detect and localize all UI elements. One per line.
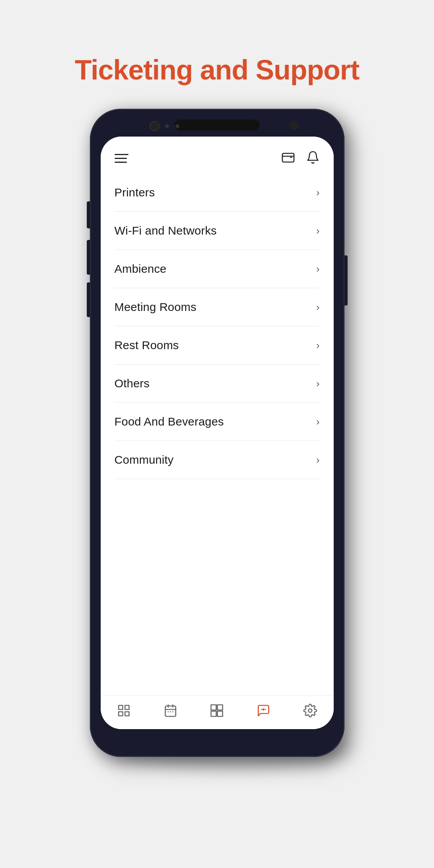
front-sensor bbox=[290, 121, 298, 130]
nav-home[interactable] bbox=[117, 704, 131, 718]
svg-rect-2 bbox=[125, 706, 129, 710]
menu-item-printers[interactable]: Printers › bbox=[115, 174, 320, 212]
menu-item-others[interactable]: Others › bbox=[115, 365, 320, 403]
menu-item-label: Rest Rooms bbox=[115, 339, 179, 352]
category-list: Printers › Wi-Fi and Networks › Ambience… bbox=[101, 174, 334, 696]
phone-device: Printers › Wi-Fi and Networks › Ambience… bbox=[90, 109, 344, 757]
phone-screen: Printers › Wi-Fi and Networks › Ambience… bbox=[101, 137, 334, 729]
nav-calendar[interactable] bbox=[164, 704, 177, 718]
menu-item-label: Community bbox=[115, 453, 174, 466]
svg-point-16 bbox=[263, 709, 264, 710]
phone-frame: Printers › Wi-Fi and Networks › Ambience… bbox=[90, 109, 344, 757]
svg-rect-15 bbox=[218, 711, 223, 717]
svg-point-19 bbox=[309, 709, 312, 713]
menu-item-label: Wi-Fi and Networks bbox=[115, 224, 217, 237]
front-camera bbox=[150, 121, 160, 131]
volume-down-button bbox=[87, 240, 90, 275]
svg-rect-3 bbox=[118, 712, 123, 716]
svg-rect-13 bbox=[218, 705, 223, 710]
chevron-right-icon: › bbox=[316, 301, 320, 313]
dot-sensor-1 bbox=[165, 124, 169, 128]
nav-settings[interactable] bbox=[303, 704, 317, 718]
svg-rect-4 bbox=[125, 712, 129, 716]
volume-up-button bbox=[87, 201, 90, 228]
chevron-right-icon: › bbox=[316, 263, 320, 275]
dot-sensor-2 bbox=[176, 124, 179, 128]
app-header bbox=[101, 137, 334, 174]
menu-item-food-and-beverages[interactable]: Food And Beverages › bbox=[115, 403, 320, 441]
menu-item-label: Food And Beverages bbox=[115, 415, 224, 428]
chevron-right-icon: › bbox=[316, 225, 320, 237]
silent-button bbox=[87, 282, 90, 317]
chevron-right-icon: › bbox=[316, 454, 320, 466]
hamburger-menu-button[interactable] bbox=[115, 154, 128, 163]
svg-rect-12 bbox=[211, 705, 216, 710]
notifications-button[interactable] bbox=[306, 150, 320, 166]
menu-item-label: Meeting Rooms bbox=[115, 301, 197, 314]
chevron-right-icon: › bbox=[316, 378, 320, 390]
notch-bar bbox=[175, 120, 260, 130]
page-title: Ticketing and Support bbox=[75, 54, 360, 86]
menu-item-community[interactable]: Community › bbox=[115, 441, 320, 479]
chevron-right-icon: › bbox=[316, 416, 320, 428]
svg-rect-1 bbox=[118, 706, 123, 710]
bottom-navigation bbox=[101, 696, 334, 729]
svg-rect-14 bbox=[211, 711, 216, 717]
nav-support[interactable] bbox=[257, 704, 270, 718]
menu-item-label: Ambience bbox=[115, 262, 167, 275]
menu-item-label: Others bbox=[115, 377, 150, 390]
chevron-right-icon: › bbox=[316, 339, 320, 351]
menu-item-wi-fi-and-networks[interactable]: Wi-Fi and Networks › bbox=[115, 212, 320, 250]
menu-item-ambience[interactable]: Ambience › bbox=[115, 250, 320, 288]
menu-item-label: Printers bbox=[115, 186, 155, 199]
svg-rect-0 bbox=[282, 154, 294, 162]
chevron-right-icon: › bbox=[316, 187, 320, 199]
wallet-button[interactable] bbox=[281, 150, 295, 166]
header-actions bbox=[281, 150, 320, 166]
power-button bbox=[344, 255, 348, 306]
menu-item-meeting-rooms[interactable]: Meeting Rooms › bbox=[115, 288, 320, 326]
menu-item-rest-rooms[interactable]: Rest Rooms › bbox=[115, 326, 320, 365]
nav-grid[interactable] bbox=[210, 704, 224, 718]
